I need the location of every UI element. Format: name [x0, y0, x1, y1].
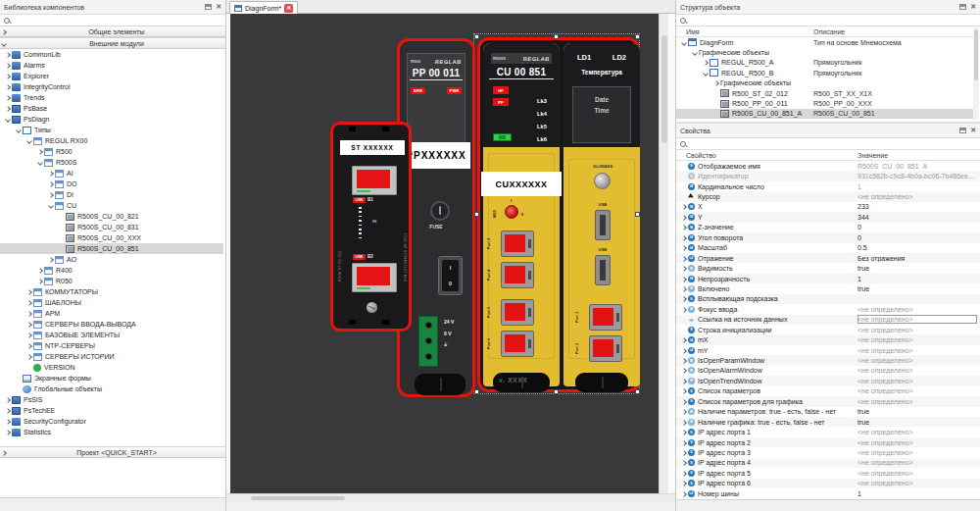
section-header-external[interactable]: Внешние модули	[0, 37, 225, 49]
chevron-right-icon[interactable]	[680, 336, 688, 344]
property-value[interactable]: <не определено>	[858, 367, 977, 374]
property-row[interactable]: SIP адрес порта 1<не определено>	[676, 427, 980, 436]
library-tree-item[interactable]: R500S_CU_00_XXX	[0, 232, 223, 243]
chevron-right-icon[interactable]	[680, 408, 688, 416]
library-tree-item[interactable]: REGUL RX00	[0, 135, 223, 146]
library-tree-item[interactable]: Экранные формы	[0, 373, 223, 383]
property-row[interactable]: u1ОтражениеБез отражения	[676, 253, 980, 263]
structure-tree-item[interactable]: REGUL_R500_BПрямоугольник	[676, 68, 973, 77]
property-value[interactable]: Без отражения	[858, 255, 977, 262]
scrollbar-thumb[interactable]	[662, 35, 667, 143]
property-value[interactable]: <не определено>	[858, 378, 977, 384]
library-tree-item[interactable]: Типы	[0, 125, 223, 135]
property-row[interactable]: SСписок параметров для графика<не опреде…	[676, 396, 980, 406]
property-row[interactable]: BВидимостьtrue	[676, 263, 980, 273]
property-value[interactable]: 344	[858, 214, 977, 221]
chevron-right-icon[interactable]	[25, 288, 33, 296]
selection-handle[interactable]	[474, 212, 479, 217]
library-tree-item[interactable]: Statistics	[0, 427, 223, 437]
properties-search-input[interactable]	[676, 138, 980, 150]
library-tree-item[interactable]: Trends	[0, 92, 223, 103]
property-row[interactable]: f8Y344	[676, 212, 980, 222]
library-tree-item[interactable]: AI	[0, 168, 223, 179]
property-row[interactable]: SIP адрес порта 2<не определено>	[676, 437, 980, 447]
property-value[interactable]: true	[858, 285, 977, 292]
property-row[interactable]: f8Z-значение0	[676, 223, 980, 232]
chevron-right-icon[interactable]	[680, 418, 688, 426]
chevron-right-icon[interactable]	[680, 254, 688, 262]
selection-handle[interactable]	[635, 34, 640, 39]
library-tree-item[interactable]: R500S_CU_00_831	[0, 222, 223, 232]
chevron-right-icon[interactable]	[680, 448, 688, 456]
property-value[interactable]: <не определено>	[858, 480, 977, 486]
chevron-down-icon[interactable]	[15, 127, 23, 134]
library-tree-item[interactable]: CommonLib	[0, 49, 223, 60]
chevron-right-icon[interactable]	[680, 346, 688, 354]
property-row[interactable]: BФокус ввода<не определено>	[676, 304, 980, 314]
chevron-right-icon[interactable]	[4, 429, 12, 436]
property-value[interactable]: <не определено>	[858, 470, 977, 477]
library-tree-item[interactable]: ШАБЛОНЫ	[0, 297, 223, 308]
chevron-right-icon[interactable]	[47, 180, 55, 188]
chevron-right-icon[interactable]	[4, 418, 12, 426]
property-row[interactable]: ∞Ссылка на источник данных<не определено…	[676, 315, 980, 325]
library-tree-item[interactable]: PsTechEE	[0, 405, 223, 416]
property-value[interactable]: <не определено>	[858, 459, 977, 466]
chevron-right-icon[interactable]	[680, 233, 688, 241]
library-tree-item[interactable]: АРМ	[0, 308, 223, 319]
chevron-right-icon[interactable]	[36, 148, 44, 156]
property-row[interactable]: BВключеноtrue	[676, 283, 980, 293]
chevron-down-icon[interactable]	[680, 38, 688, 46]
selection-handle[interactable]	[474, 34, 479, 39]
library-tree-item[interactable]: CU	[0, 200, 223, 211]
chevron-right-icon[interactable]	[680, 203, 688, 211]
library-tree-item[interactable]: R500S_CU_00_821	[0, 211, 223, 222]
library-tree-item[interactable]: Глобальные объекты	[0, 383, 223, 394]
property-value[interactable]: 1	[858, 276, 977, 282]
library-tree-item[interactable]: DI	[0, 189, 223, 200]
chevron-right-icon[interactable]	[4, 105, 12, 113]
chevron-down-icon[interactable]	[702, 69, 710, 77]
structure-tree-item[interactable]: Графические объекты	[676, 78, 973, 88]
chevron-right-icon[interactable]	[4, 62, 12, 70]
library-tree-item[interactable]: R500S	[0, 157, 223, 168]
property-row[interactable]: SИдентификатор931c582b-c9c8-4b0a-bc06-7b…	[676, 171, 980, 180]
library-tree-item[interactable]: БАЗОВЫЕ ЭЛЕМЕНТЫ	[0, 330, 223, 340]
property-value[interactable]: true	[858, 265, 977, 272]
chevron-right-icon[interactable]	[25, 310, 33, 318]
chevron-right-icon[interactable]	[680, 275, 688, 282]
chevron-down-icon[interactable]	[47, 202, 55, 210]
chevron-right-icon[interactable]	[36, 267, 44, 275]
dock-icon[interactable]	[959, 4, 966, 10]
property-value[interactable]: <не определено>	[858, 347, 977, 354]
scrollbar-thumb[interactable]	[974, 29, 978, 80]
scrollbar-thumb[interactable]	[251, 496, 345, 500]
library-tree-item[interactable]: AO	[0, 254, 223, 265]
chevron-right-icon[interactable]	[4, 73, 12, 80]
library-tree-item[interactable]: PsSIS	[0, 394, 223, 405]
property-value[interactable]: true	[858, 408, 977, 415]
structure-scrollbar[interactable]	[973, 27, 979, 121]
property-row[interactable]: i4mX<не определено>	[676, 334, 980, 344]
property-row[interactable]: i4mY<не определено>	[676, 345, 980, 355]
chevron-down-icon[interactable]	[691, 49, 699, 57]
property-row[interactable]: f8X233	[676, 202, 980, 212]
chevron-right-icon[interactable]	[680, 438, 688, 446]
chevron-right-icon[interactable]	[25, 332, 33, 339]
structure-tree-item[interactable]: REGUL_R500_AПрямоугольник	[676, 58, 973, 68]
selection-handle[interactable]	[474, 389, 479, 394]
canvas-vertical-scrollbar[interactable]	[659, 14, 668, 493]
chevron-right-icon[interactable]	[680, 480, 688, 487]
tab-close-icon[interactable]: ✕	[284, 4, 293, 13]
chevron-right-icon[interactable]	[702, 59, 710, 67]
mnemonic-canvas[interactable]: ST XXXXXX LINK B1 IN R500 ST 02 012 S/N …	[226, 14, 675, 493]
canvas-horizontal-scrollbar[interactable]	[226, 493, 675, 502]
library-tree-item[interactable]: СЕРВЕРЫ ИСТОРИИ	[0, 351, 223, 362]
property-row[interactable]: BIsOpenTrendWindow<не определено>	[676, 376, 980, 385]
chevron-right-icon[interactable]	[47, 170, 55, 178]
chevron-right-icon[interactable]	[680, 213, 688, 221]
property-row[interactable]: BIsOpenParamWindow<не определено>	[676, 355, 980, 365]
chevron-right-icon[interactable]	[25, 299, 33, 307]
selection-handle[interactable]	[554, 34, 559, 39]
property-value[interactable]: <не определено>	[858, 439, 977, 446]
